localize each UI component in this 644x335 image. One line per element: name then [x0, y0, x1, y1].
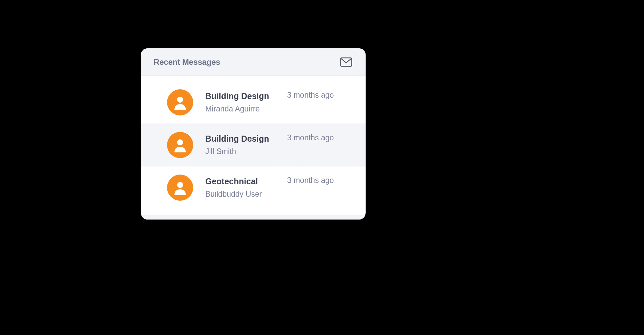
message-subject: Building Design [205, 91, 272, 101]
message-text: Geotechnical Buildbuddy User [205, 177, 272, 199]
message-subject: Geotechnical [205, 177, 272, 186]
svg-point-2 [177, 139, 183, 145]
message-sender: Buildbuddy User [205, 190, 272, 199]
message-row[interactable]: Geotechnical Buildbuddy User 3 months ag… [141, 166, 366, 209]
avatar [167, 132, 193, 158]
message-row[interactable]: Building Design Jill Smith 3 months ago [141, 124, 366, 166]
message-time: 3 months ago [284, 175, 353, 185]
avatar [167, 89, 193, 115]
svg-point-3 [177, 182, 183, 188]
recent-messages-panel: Recent Messages Building Design Miranda … [141, 48, 366, 220]
panel-footer-strip [141, 216, 366, 220]
message-text: Building Design Jill Smith [205, 134, 272, 156]
message-subject: Building Design [205, 134, 272, 144]
avatar [167, 175, 193, 201]
message-time: 3 months ago [284, 89, 353, 100]
mail-icon[interactable] [339, 55, 353, 69]
svg-point-1 [177, 97, 183, 103]
message-row[interactable]: Building Design Miranda Aguirre 3 months… [141, 87, 366, 124]
message-text: Building Design Miranda Aguirre [205, 91, 272, 113]
message-list: Building Design Miranda Aguirre 3 months… [141, 76, 366, 216]
panel-header: Recent Messages [141, 48, 366, 76]
message-sender: Jill Smith [205, 147, 272, 156]
panel-title: Recent Messages [154, 57, 220, 67]
message-time: 3 months ago [284, 132, 353, 142]
message-sender: Miranda Aguirre [205, 104, 272, 113]
